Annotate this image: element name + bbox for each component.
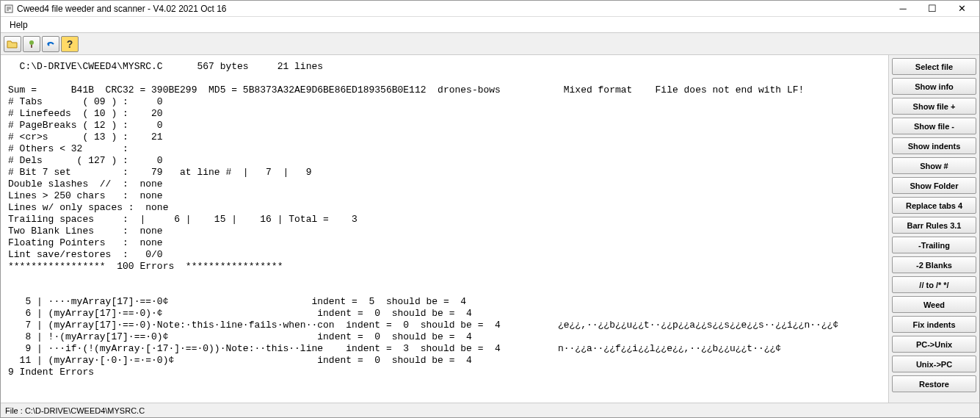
barr-rules-button[interactable]: Barr Rules 3.1	[892, 217, 976, 234]
titlebar: Cweed4 file weeder and scanner - V4.02 2…	[1, 1, 979, 17]
show-indents-button[interactable]: Show indents	[892, 137, 976, 154]
help-icon[interactable]: ?	[61, 36, 79, 52]
select-file-button[interactable]: Select file	[892, 58, 976, 75]
svg-rect-2	[31, 45, 32, 48]
statusbar: File : C:\D-DRIVE\CWEED4\MYSRC.C	[1, 403, 979, 417]
svg-point-1	[29, 40, 34, 45]
content-pane: C:\D-DRIVE\CWEED4\MYSRC.C 567 bytes 21 l…	[1, 55, 888, 403]
show-folder-button[interactable]: Show Folder	[892, 177, 976, 194]
statusbar-text: File : C:\D-DRIVE\CWEED4\MYSRC.C	[5, 406, 145, 415]
minimize-button[interactable]: ─	[888, 1, 918, 17]
button-panel: Select file Show info Show file + Show f…	[888, 55, 979, 403]
show-info-button[interactable]: Show info	[892, 78, 976, 95]
show-file-plus-button[interactable]: Show file +	[892, 98, 976, 115]
replace-tabs-button[interactable]: Replace tabs 4	[892, 197, 976, 214]
undo-icon[interactable]	[42, 36, 59, 52]
trailing-button[interactable]: -Trailing	[892, 237, 976, 253]
show-file-minus-button[interactable]: Show file -	[892, 118, 976, 134]
pc-unix-button[interactable]: PC->Unix	[892, 336, 976, 353]
maximize-button[interactable]: ☐	[918, 1, 947, 17]
toolbar: ?	[1, 33, 979, 55]
weed-button[interactable]: Weed	[892, 296, 976, 313]
tree-icon[interactable]	[23, 36, 40, 52]
slash-comment-button[interactable]: // to /* */	[892, 276, 976, 293]
window-controls: ─ ☐ ✕	[888, 1, 976, 17]
window-title: Cweed4 file weeder and scanner - V4.02 2…	[17, 4, 888, 14]
unix-pc-button[interactable]: Unix->PC	[892, 356, 976, 372]
main-area: C:\D-DRIVE\CWEED4\MYSRC.C 567 bytes 21 l…	[1, 55, 979, 403]
open-file-icon[interactable]	[4, 36, 21, 52]
app-icon	[4, 4, 14, 14]
restore-button[interactable]: Restore	[892, 375, 976, 392]
menu-help[interactable]: Help	[5, 18, 32, 32]
fix-indents-button[interactable]: Fix indents	[892, 316, 976, 333]
close-button[interactable]: ✕	[947, 1, 976, 17]
two-blanks-button[interactable]: -2 Blanks	[892, 256, 976, 273]
show-hash-button[interactable]: Show #	[892, 157, 976, 174]
menubar: Help	[1, 17, 979, 33]
